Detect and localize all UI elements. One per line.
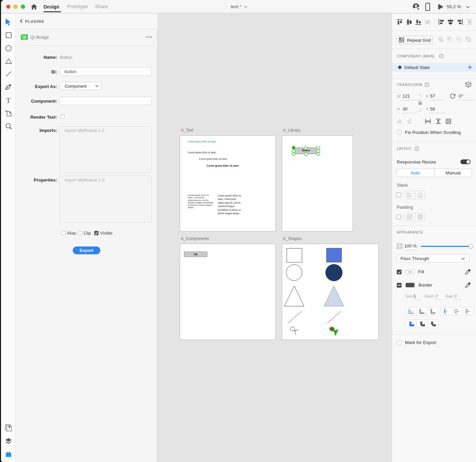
svg-text:Qt: Qt [22,35,27,39]
